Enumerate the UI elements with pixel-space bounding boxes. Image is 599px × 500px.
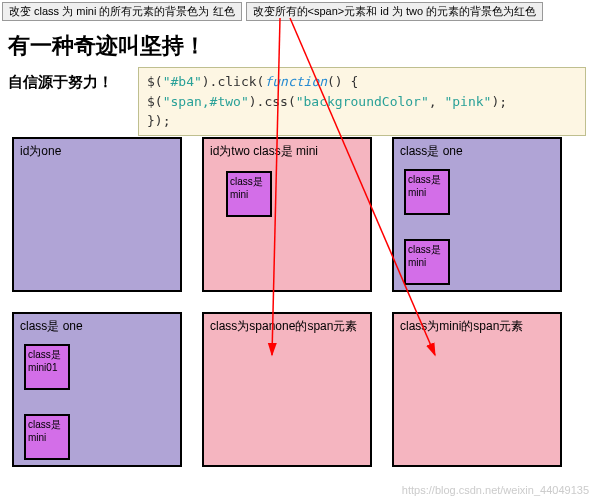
box-grid: id为one id为two class是 mini class是mini cla… [0,137,599,467]
change-span-two-bg-button[interactable]: 改变所有的<span>元素和 id 为 two 的元素的背景色为红色 [246,2,544,21]
code-line-2: $("span,#two").css("backgroundColor", "p… [147,92,577,112]
box-label: class为mini的span元素 [400,319,523,333]
mini-box: class是mini [404,169,450,215]
box-label: class是 one [400,144,463,158]
mini-box: class是mini [226,171,272,217]
code-line-1: $("#b4").click(function() { [147,72,577,92]
box-label: class为spanone的span元素 [210,319,357,333]
mini-box: class是mini [404,239,450,285]
box-span-mini: class为mini的span元素 [392,312,562,467]
box-span-one: class为spanone的span元素 [202,312,372,467]
sub-heading: 自信源于努力！ [8,73,113,92]
top-button-bar: 改变 class 为 mini 的所有元素的背景色为 红色 改变所有的<span… [0,0,599,23]
box-label: id为one [20,144,61,158]
box-two: id为two class是 mini class是mini [202,137,372,292]
box-label: class是 one [20,319,83,333]
box-label: id为two class是 mini [210,144,318,158]
code-line-3: }); [147,111,577,131]
watermark: https://blog.csdn.net/weixin_44049135 [402,484,589,496]
page-title: 有一种奇迹叫坚持！ [8,31,599,61]
box-class-one-a: class是 one class是mini class是mini [392,137,562,292]
box-class-one-b: class是 one class是mini01 class是mini [12,312,182,467]
change-mini-bg-button[interactable]: 改变 class 为 mini 的所有元素的背景色为 红色 [2,2,242,21]
sub-row: 自信源于努力！ $("#b4").click(function() { $("s… [8,67,599,137]
code-tooltip: $("#b4").click(function() { $("span,#two… [138,67,586,136]
mini-box: class是mini01 [24,344,70,390]
box-one: id为one [12,137,182,292]
mini-box: class是mini [24,414,70,460]
